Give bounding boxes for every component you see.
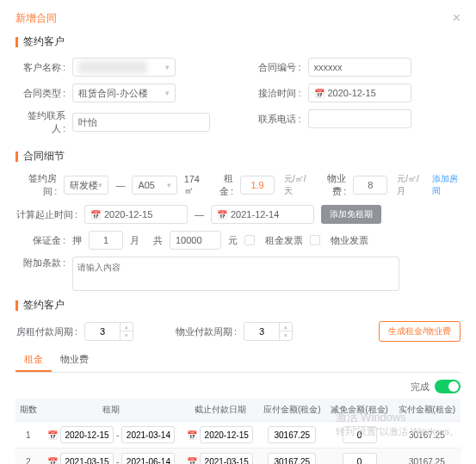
- payment-table: 期数租期截止付款日期应付金额(租金)减免金额(租金)实付金额(租金) 1 📅 -…: [15, 399, 461, 464]
- lbl-period: 计算起止时间: [15, 208, 77, 221]
- extra-terms-textarea[interactable]: [72, 257, 399, 291]
- lbl-customer-name: 客户名称: [15, 61, 65, 74]
- contact-input[interactable]: [72, 113, 210, 132]
- prop-invoice-checkbox[interactable]: [310, 235, 320, 245]
- stepper-down-icon[interactable]: ▾: [121, 331, 133, 340]
- lbl-extra: 附加条款: [15, 257, 65, 269]
- deposit-amount-input[interactable]: [170, 231, 221, 250]
- amount-input[interactable]: [268, 426, 316, 443]
- lbl-rent: 租金: [214, 172, 233, 198]
- lbl-room: 签约房间: [15, 172, 57, 198]
- customer-name-select[interactable]: ▾: [72, 58, 176, 77]
- customer-name-value: [78, 61, 147, 73]
- stepper-down-icon[interactable]: ▾: [280, 331, 292, 340]
- prop-fee-input[interactable]: [353, 176, 387, 195]
- room-number-select[interactable]: A05▾: [132, 176, 176, 195]
- receive-time-picker[interactable]: 📅2020-12-15: [308, 84, 411, 102]
- lbl-prop-cycle: 物业付款周期: [175, 325, 237, 338]
- section-customer: 签约客户: [15, 34, 461, 49]
- table-header: 租期: [40, 399, 182, 422]
- period-from-input[interactable]: [60, 426, 114, 443]
- table-header: 实付金额(租金): [393, 399, 461, 422]
- close-icon[interactable]: ×: [453, 10, 461, 26]
- table-header: 减免金额(租金): [325, 399, 393, 422]
- chevron-down-icon: ▾: [98, 181, 102, 189]
- period-end-picker[interactable]: 📅2021-12-14: [211, 205, 314, 224]
- modal-title: 新增合同: [15, 11, 57, 26]
- calendar-icon: 📅: [314, 89, 325, 98]
- rent-invoice-checkbox[interactable]: [244, 235, 255, 245]
- chevron-down-icon: ▾: [165, 89, 170, 97]
- lbl-receive-time: 接洽时间: [251, 87, 301, 100]
- tab-property[interactable]: 物业费: [52, 349, 97, 372]
- lbl-rent-cycle: 房租付款周期: [15, 325, 77, 338]
- lbl-prop-fee: 物业费: [319, 172, 347, 198]
- table-row: 1 📅 - 📅 30167.25: [15, 422, 461, 449]
- lbl-contact: 签约联系人: [15, 109, 65, 135]
- deposit-months-input[interactable]: [89, 231, 123, 250]
- contract-type-select[interactable]: 租赁合同-办公楼▾: [72, 84, 176, 102]
- done-toggle[interactable]: [435, 380, 461, 393]
- table-row: 2 📅 - 📅 30167.25: [15, 449, 461, 465]
- area-value: 174 ㎡: [184, 174, 207, 197]
- lbl-phone: 联系电话: [251, 113, 301, 126]
- room-building-select[interactable]: 研发楼▾: [64, 176, 108, 195]
- period-to-input[interactable]: [121, 453, 175, 464]
- phone-input[interactable]: [308, 109, 411, 128]
- rent-input[interactable]: [240, 176, 275, 195]
- calendar-icon: 📅: [90, 210, 101, 220]
- table-header: 应付金额(租金): [258, 399, 325, 422]
- amount-input[interactable]: [268, 453, 316, 464]
- period-from-input[interactable]: [60, 453, 114, 464]
- rent-cycle-stepper[interactable]: ▴▾: [84, 322, 133, 341]
- lbl-contract-no: 合同编号: [251, 61, 301, 74]
- chevron-down-icon: ▾: [167, 181, 171, 189]
- add-free-period-button[interactable]: 添加免租期: [321, 205, 381, 224]
- contract-no-input[interactable]: [308, 58, 411, 77]
- due-date-input[interactable]: [200, 426, 253, 443]
- period-to-input[interactable]: [121, 426, 175, 443]
- calendar-icon: 📅: [217, 210, 227, 220]
- lbl-contract-type: 合同类型: [15, 87, 65, 100]
- due-date-input[interactable]: [200, 453, 253, 464]
- add-room-link[interactable]: 添加房间: [432, 173, 461, 197]
- stepper-up-icon[interactable]: ▴: [121, 323, 133, 331]
- chevron-down-icon: ▾: [165, 63, 170, 71]
- stepper-up-icon[interactable]: ▴: [280, 323, 292, 331]
- generate-fees-button[interactable]: 生成租金/物业费: [379, 321, 461, 342]
- discount-input[interactable]: [343, 453, 377, 464]
- done-label: 完成: [411, 380, 430, 393]
- table-header: 截止付款日期: [182, 399, 258, 422]
- prop-cycle-stepper[interactable]: ▴▾: [244, 322, 293, 341]
- section-payment: 签约客户: [15, 298, 461, 312]
- table-header: 期数: [15, 399, 40, 422]
- section-detail: 合同细节: [15, 149, 461, 164]
- period-start-picker[interactable]: 📅2020-12-15: [84, 205, 188, 224]
- discount-input[interactable]: [343, 426, 377, 443]
- tab-rent[interactable]: 租金: [15, 349, 52, 372]
- lbl-deposit: 保证金: [15, 234, 65, 247]
